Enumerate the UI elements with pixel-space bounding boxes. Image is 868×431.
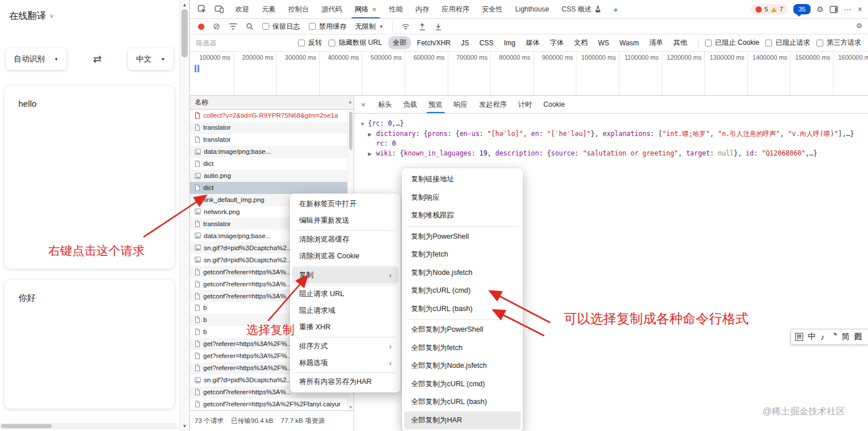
filter-pill-4[interactable]: Img bbox=[499, 37, 520, 49]
filter-pill-1[interactable]: Fetch/XHR bbox=[412, 37, 455, 49]
request-list-scrollbar-thumb[interactable] bbox=[349, 112, 352, 150]
network-request-row[interactable]: getconf?referer=https%3A%2F%2Ffanyi.caiy… bbox=[190, 398, 354, 410]
import-har-icon[interactable] bbox=[435, 23, 442, 30]
network-request-row[interactable]: data:image/png;base... bbox=[190, 146, 354, 158]
detail-tab-5[interactable]: 计时 bbox=[513, 96, 538, 113]
more-options-icon[interactable]: ⋯ bbox=[844, 5, 852, 14]
inspect-element-icon[interactable] bbox=[197, 4, 207, 14]
network-request-row[interactable]: collect?v=2&tid=G-R9YPR75N68&gtm=2oe1a bbox=[190, 110, 354, 122]
search-icon[interactable] bbox=[246, 22, 254, 30]
ime-simplified-traditional-toggle[interactable]: 简 bbox=[842, 332, 850, 342]
third-party-checkbox[interactable] bbox=[816, 40, 823, 46]
devtools-tab-performance[interactable]: 性能 bbox=[383, 0, 409, 18]
context-menu-item-15[interactable]: 将所有内容另存为HAR bbox=[290, 374, 401, 390]
copy-submenu-item-1[interactable]: 复制响应 bbox=[402, 189, 523, 207]
devtools-tab-network[interactable]: 网络× bbox=[348, 0, 383, 18]
record-network-log-icon[interactable] bbox=[198, 24, 204, 30]
disable-cache-checkbox[interactable] bbox=[309, 23, 316, 30]
blocked-cookies-checkbox[interactable] bbox=[705, 40, 712, 46]
detail-tab-0[interactable]: 标头 bbox=[373, 96, 398, 113]
console-errors-badge[interactable]: 5 7 bbox=[751, 4, 788, 14]
devtools-tab-memory[interactable]: 内存 bbox=[409, 0, 436, 18]
devtools-tab-console[interactable]: 控制台 bbox=[282, 0, 315, 18]
filter-pill-6[interactable]: 字体 bbox=[545, 36, 568, 49]
copy-submenu-item-6[interactable]: 复制为Node.jsfetch bbox=[402, 264, 523, 282]
filter-pill-5[interactable]: 媒体 bbox=[521, 36, 544, 49]
copy-submenu-item-11[interactable]: 全部复制为fetch bbox=[402, 339, 523, 358]
network-conditions-icon[interactable] bbox=[401, 23, 410, 30]
source-text-card[interactable]: hello bbox=[5, 86, 175, 269]
ime-pinyin-indicator[interactable]: 拼 bbox=[795, 333, 803, 341]
copy-submenu-item-15[interactable]: 全部复制为HAR bbox=[404, 411, 521, 430]
detail-tab-6[interactable]: Cookie bbox=[538, 96, 571, 113]
filter-pill-9[interactable]: Wasm bbox=[615, 37, 644, 49]
filter-pill-2[interactable]: JS bbox=[456, 37, 474, 49]
horizontal-scrollbar[interactable] bbox=[0, 423, 178, 429]
context-menu-item-9[interactable]: 阻止请求域 bbox=[290, 302, 401, 319]
clear-network-log-icon[interactable]: ⊘ bbox=[213, 21, 220, 32]
context-menu-item-12[interactable]: 排序方式› bbox=[290, 338, 401, 355]
vertical-scrollbar-thumb[interactable] bbox=[181, 9, 188, 57]
network-request-row[interactable]: dict bbox=[190, 182, 354, 194]
devtools-tab-css-overview[interactable]: CSS 概述 bbox=[555, 0, 607, 18]
network-request-row[interactable]: autio.png bbox=[190, 170, 354, 182]
copy-submenu-item-14[interactable]: 全部复制为cURL (bash) bbox=[402, 393, 523, 411]
network-request-row[interactable]: translator bbox=[190, 122, 354, 134]
copy-submenu-item-13[interactable]: 全部复制为cURL (cmd) bbox=[402, 375, 523, 394]
issues-badge[interactable]: 35 bbox=[793, 4, 811, 14]
preserve-log-checkbox[interactable] bbox=[262, 23, 269, 30]
context-menu-item-13[interactable]: 标题选项› bbox=[290, 355, 401, 371]
devtools-tab-elements[interactable]: 元素 bbox=[255, 0, 282, 18]
scroll-up-icon[interactable]: ▲ bbox=[348, 99, 352, 104]
ime-chinese-english-toggle[interactable]: 中 bbox=[808, 332, 816, 342]
more-tabs-plus-icon[interactable]: + bbox=[607, 5, 624, 14]
scroll-down-icon[interactable]: ▼ bbox=[180, 424, 189, 429]
invert-checkbox[interactable] bbox=[298, 40, 305, 46]
filter-input[interactable] bbox=[195, 38, 292, 48]
scroll-up-icon[interactable]: ▲ bbox=[180, 2, 189, 7]
collapsed-arrow-icon[interactable]: ▶ bbox=[368, 149, 376, 159]
devtools-tab-welcome[interactable]: 欢迎 bbox=[229, 0, 255, 18]
context-menu-item-8[interactable]: 阻止请求 URL bbox=[290, 286, 401, 302]
network-overview-timeline[interactable]: 100000 ms200000 ms300000 ms400000 ms5000… bbox=[190, 52, 868, 96]
filter-pill-11[interactable]: 其他 bbox=[669, 36, 692, 49]
devtools-tab-application[interactable]: 应用程序 bbox=[436, 0, 476, 18]
source-language-select[interactable]: 自动识别 ▼ bbox=[6, 48, 67, 70]
ime-punctuation-toggle[interactable]: 〝 bbox=[829, 332, 837, 342]
filter-pill-3[interactable]: CSS bbox=[475, 37, 498, 49]
scroll-down-icon[interactable]: ▼ bbox=[348, 405, 354, 409]
copy-submenu-item-2[interactable]: 复制堆栈跟踪 bbox=[402, 207, 523, 225]
copy-submenu-item-8[interactable]: 复制为cURL (bash) bbox=[402, 300, 523, 319]
copy-submenu-item-4[interactable]: 复制为PowerShell bbox=[402, 228, 523, 246]
context-menu-item-3[interactable]: 清除浏览器缓存 bbox=[290, 231, 401, 248]
copy-submenu-item-12[interactable]: 全部复制为Node.jsfetch bbox=[402, 357, 523, 375]
context-menu-item-10[interactable]: 重播 XHR bbox=[290, 319, 401, 336]
devtools-tab-lighthouse[interactable]: Lighthouse bbox=[509, 0, 556, 18]
context-menu-item-0[interactable]: 在新标签页中打开 bbox=[290, 196, 401, 212]
devtools-tab-security[interactable]: 安全性 bbox=[476, 0, 509, 18]
detail-tab-3[interactable]: 响应 bbox=[448, 96, 474, 113]
ime-more-tools[interactable]: 囫 bbox=[854, 332, 862, 342]
filter-pill-10[interactable]: 清单 bbox=[645, 36, 668, 49]
filter-pill-8[interactable]: WS bbox=[594, 37, 614, 49]
export-har-icon[interactable] bbox=[418, 23, 426, 30]
throttling-select[interactable]: 无限制 ▼ bbox=[355, 22, 383, 32]
devtools-tab-sources[interactable]: 源代码 bbox=[315, 0, 348, 18]
filter-funnel-icon[interactable] bbox=[229, 23, 237, 30]
close-detail-icon[interactable]: × bbox=[354, 100, 373, 109]
detail-tab-2[interactable]: 预览 bbox=[423, 96, 448, 113]
copy-submenu-item-0[interactable]: 复制链接地址 bbox=[402, 170, 523, 189]
request-list-header[interactable]: 名称 ▲ bbox=[190, 96, 354, 110]
dock-side-icon[interactable] bbox=[830, 6, 838, 13]
filter-pill-7[interactable]: 文档 bbox=[569, 36, 592, 49]
settings-gear-icon[interactable]: ⚙ bbox=[816, 5, 824, 14]
detail-tab-4[interactable]: 发起程序 bbox=[474, 96, 513, 113]
context-menu-item-1[interactable]: 编辑并重新发送 bbox=[290, 212, 401, 229]
device-toolbar-icon[interactable] bbox=[214, 4, 224, 14]
close-devtools-icon[interactable]: × bbox=[858, 5, 862, 14]
target-language-select[interactable]: 中文 ▼ bbox=[128, 48, 173, 70]
copy-submenu-item-7[interactable]: 复制为cURL (cmd) bbox=[402, 282, 523, 300]
hide-data-urls-checkbox[interactable] bbox=[328, 40, 335, 46]
ime-sound-toggle[interactable]: ♪ bbox=[820, 332, 824, 341]
expanded-arrow-icon[interactable]: ▼ bbox=[360, 119, 368, 129]
